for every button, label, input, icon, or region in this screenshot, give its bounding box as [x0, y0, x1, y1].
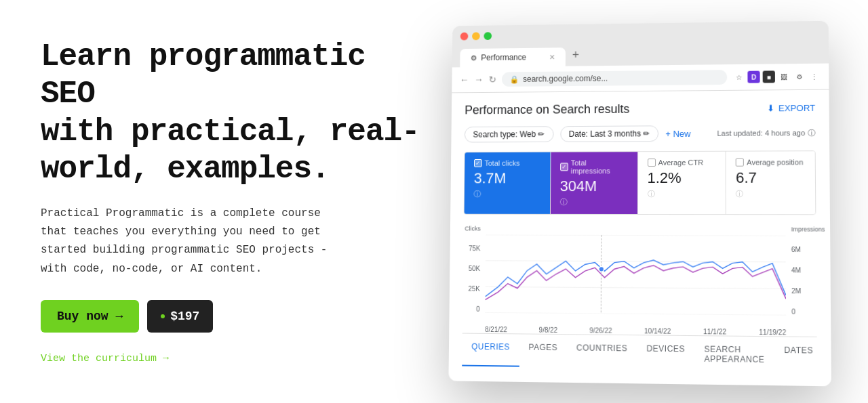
gsc-page-title: Performance on Search results — [465, 102, 629, 116]
price-dot-icon — [161, 314, 165, 318]
tab-search-appearance[interactable]: SEARCH APPEARANCE — [694, 339, 774, 370]
headline: Learn programmatic SEOwith practical, re… — [41, 39, 420, 188]
gsc-tabs: QUERIES PAGES COUNTRIES DEVICES SEARCH A… — [462, 333, 817, 370]
avg-ctr-help-icon: ⓘ — [647, 189, 654, 197]
total-clicks-label: Total clicks — [485, 158, 520, 167]
browser-window: ⚙ Performance × + ← → ↻ 🔒 search.google.… — [448, 20, 831, 386]
extension-d-icon[interactable]: D — [747, 70, 760, 83]
export-icon: ⬇ — [767, 103, 774, 113]
cta-row: Buy now → $197 — [41, 300, 420, 333]
extension-img-icon[interactable]: 🖼 — [778, 70, 790, 83]
total-clicks-value: 3.7M — [474, 169, 541, 187]
total-impressions-label: Total impressions — [571, 158, 628, 175]
avg-position-help-icon: ⓘ — [736, 189, 743, 197]
svg-point-5 — [599, 266, 604, 272]
svg-line-1 — [486, 260, 786, 261]
chart-left-label: Clicks — [463, 225, 480, 232]
avg-ctr-metric[interactable]: Average CTR 1.2% ⓘ — [637, 151, 726, 213]
secure-icon: 🔒 — [510, 75, 519, 83]
tab-dates[interactable]: DATES — [774, 339, 823, 370]
browser-bar: ← → ↻ 🔒 search.google.com/se... ☆ D ■ 🖼 … — [452, 63, 829, 93]
chart-y-left-axis: Clicks 75K 50K 25K 0 — [462, 225, 484, 312]
curriculum-link[interactable]: View the curriculum → — [41, 353, 169, 364]
reload-button[interactable]: ↻ — [489, 74, 497, 85]
total-clicks-help-icon: ⓘ — [473, 190, 481, 198]
buy-button[interactable]: Buy now → — [41, 300, 139, 333]
search-type-filter[interactable]: Search type: Web ✏ — [465, 126, 553, 142]
chart-y-right-axis: Impressions 6M 4M 2M 0 — [788, 226, 816, 316]
tab-pages[interactable]: PAGES — [519, 337, 567, 367]
minimize-window-icon[interactable] — [472, 32, 480, 40]
gsc-content: Performance on Search results ⬇ EXPORT S… — [448, 89, 831, 386]
bookmark-icon[interactable]: ☆ — [732, 70, 745, 83]
avg-position-value: 6.7 — [736, 169, 806, 186]
metrics-row: ✓ Total clicks 3.7M ⓘ ✓ Total impression… — [464, 150, 816, 215]
total-impressions-checkbox[interactable]: ✓ — [560, 163, 568, 171]
maximize-window-icon[interactable] — [484, 32, 492, 40]
avg-position-checkbox[interactable] — [736, 158, 744, 166]
extensions-icon[interactable]: ⚙ — [793, 70, 805, 82]
avg-position-label: Average position — [747, 158, 803, 166]
window-controls — [460, 27, 821, 40]
total-impressions-metric[interactable]: ✓ Total impressions 304M ⓘ — [551, 152, 638, 214]
browser-chrome: ⚙ Performance × + — [452, 20, 829, 67]
chart-svg — [485, 234, 786, 315]
avg-ctr-checkbox[interactable] — [648, 158, 656, 167]
address-text: search.google.com/se... — [523, 73, 608, 83]
price-label: $197 — [170, 310, 199, 323]
tab-favicon-icon: ⚙ — [471, 54, 477, 62]
date-range-label: Date: Last 3 months ✏ — [569, 129, 650, 138]
back-button[interactable]: ← — [460, 74, 469, 85]
new-tab-button[interactable]: + — [566, 44, 586, 66]
description: Practical Programmatic is a complete cou… — [41, 205, 420, 278]
address-bar[interactable]: 🔒 search.google.com/se... — [502, 70, 727, 87]
left-panel: Learn programmatic SEOwith practical, re… — [41, 39, 420, 364]
chart-svg-container — [485, 234, 786, 315]
export-label: EXPORT — [778, 102, 815, 112]
tab-close-icon[interactable]: × — [549, 51, 555, 62]
more-menu-icon[interactable]: ⋮ — [808, 70, 821, 82]
chart-right-label: Impressions — [791, 226, 816, 232]
svg-line-2 — [486, 287, 786, 289]
total-clicks-checkbox[interactable]: ✓ — [474, 158, 482, 167]
gsc-header: Performance on Search results ⬇ EXPORT — [465, 100, 815, 116]
total-impressions-value: 304M — [560, 177, 628, 195]
total-impressions-help-icon: ⓘ — [560, 198, 568, 206]
tab-title: Performance — [481, 52, 526, 62]
extension-dark-icon[interactable]: ■ — [763, 70, 775, 83]
avg-ctr-label: Average CTR — [658, 158, 704, 166]
page-wrapper: Learn programmatic SEOwith practical, re… — [0, 0, 868, 403]
export-button[interactable]: ⬇ EXPORT — [767, 102, 816, 113]
avg-ctr-value: 1.2% — [648, 169, 716, 186]
toolbar-icons: ☆ D ■ 🖼 ⚙ ⋮ — [732, 70, 821, 83]
tab-queries[interactable]: QUERIES — [462, 336, 519, 366]
tab-countries[interactable]: COUNTRIES — [567, 337, 637, 368]
svg-line-3 — [485, 312, 786, 315]
date-range-filter[interactable]: Date: Last 3 months ✏ — [560, 125, 658, 142]
gsc-filters: Search type: Web ✏ Date: Last 3 months ✏… — [465, 124, 816, 142]
new-filter-button[interactable]: + New — [665, 128, 690, 138]
search-type-label: Search type: Web ✏ — [473, 129, 545, 139]
help-icon: ⓘ — [808, 127, 815, 137]
performance-chart: Clicks 75K 50K 25K 0 Impressions 6M 4M 2… — [462, 225, 817, 336]
avg-position-metric[interactable]: Average position 6.7 ⓘ — [726, 151, 816, 214]
svg-line-0 — [486, 234, 785, 235]
close-window-icon[interactable] — [460, 32, 469, 40]
last-updated-label: Last updated: 4 hours ago ⓘ — [717, 127, 815, 138]
total-clicks-metric[interactable]: ✓ Total clicks 3.7M ⓘ — [465, 152, 551, 213]
active-tab[interactable]: ⚙ Performance × — [460, 47, 566, 67]
forward-button[interactable]: → — [474, 74, 484, 85]
new-filter-label: + New — [665, 128, 690, 138]
tab-devices[interactable]: DEVICES — [637, 338, 694, 369]
browser-tabs: ⚙ Performance × + — [460, 41, 821, 67]
price-badge: $197 — [147, 300, 213, 333]
